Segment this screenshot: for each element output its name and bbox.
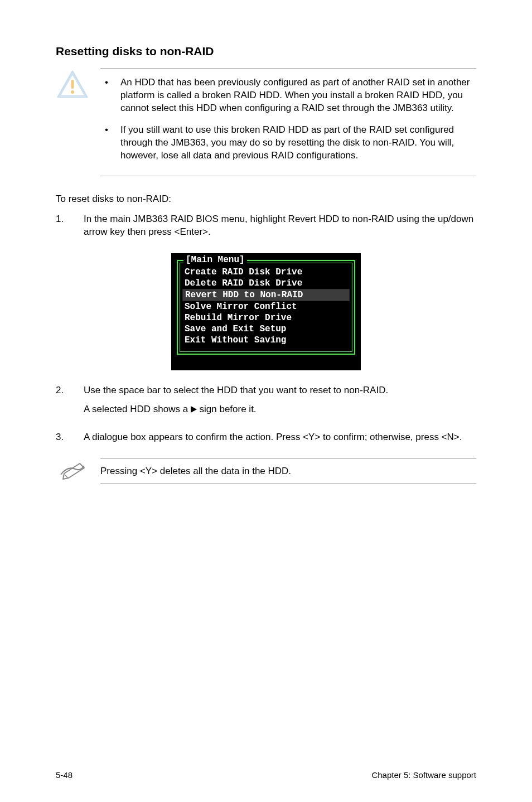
step-number: 3. bbox=[56, 431, 67, 450]
svg-rect-2 bbox=[71, 80, 74, 89]
caution-item: • If you still want to use this broken R… bbox=[105, 124, 476, 162]
page-footer: 5-48 Chapter 5: Software support bbox=[56, 766, 476, 780]
terminal-line: Exit Without Saving bbox=[185, 335, 347, 346]
bullet-icon: • bbox=[105, 124, 108, 162]
caution-item-text: An HDD that has been previously configur… bbox=[120, 76, 476, 115]
step-1: 1. In the main JMB363 RAID BIOS menu, hi… bbox=[56, 212, 476, 245]
terminal-line-highlighted: Revert HDD to Non-RAID bbox=[182, 289, 350, 301]
bullet-icon: • bbox=[105, 76, 108, 115]
page-number: 5-48 bbox=[56, 770, 72, 780]
terminal-title: [Main Menu] bbox=[183, 255, 247, 265]
text-fragment: A selected HDD shows a bbox=[84, 404, 191, 414]
step-2: 2. Use the space bar to select the HDD t… bbox=[56, 384, 476, 422]
section-heading: Resetting disks to non-RAID bbox=[56, 45, 476, 58]
step-body: Use the space bar to select the HDD that… bbox=[84, 384, 388, 422]
step-number: 2. bbox=[56, 384, 67, 422]
terminal-line: Create RAID Disk Drive bbox=[185, 267, 347, 278]
content: Resetting disks to non-RAID • An HDD tha… bbox=[56, 45, 476, 766]
step-text: A selected HDD shows a sign before it. bbox=[84, 403, 388, 416]
terminal-line: Delete RAID Disk Drive bbox=[185, 278, 347, 289]
intro-text: To reset disks to non-RAID: bbox=[56, 193, 476, 206]
text-fragment: sign before it. bbox=[197, 404, 257, 414]
svg-point-3 bbox=[71, 90, 74, 94]
step-text: Use the space bar to select the HDD that… bbox=[84, 384, 388, 397]
caution-item: • An HDD that has been previously config… bbox=[105, 76, 476, 115]
page: Resetting disks to non-RAID • An HDD tha… bbox=[0, 0, 532, 802]
step-body: A dialogue box appears to confirm the ac… bbox=[84, 431, 462, 450]
caution-icon bbox=[56, 68, 89, 176]
caution-text: • An HDD that has been previously config… bbox=[100, 68, 476, 176]
pencil-icon bbox=[56, 458, 89, 484]
caution-callout: • An HDD that has been previously config… bbox=[56, 68, 476, 176]
chapter-label: Chapter 5: Software support bbox=[371, 770, 476, 780]
note-callout: Pressing <Y> deletes all the data in the… bbox=[56, 458, 476, 484]
triangle-icon bbox=[191, 406, 197, 413]
terminal-line: Save and Exit Setup bbox=[185, 323, 347, 335]
caution-item-text: If you still want to use this broken RAI… bbox=[120, 124, 476, 162]
terminal-screenshot: [Main Menu] Create RAID Disk Drive Delet… bbox=[56, 253, 476, 370]
step-text: A dialogue box appears to confirm the ac… bbox=[84, 431, 462, 444]
step-3: 3. A dialogue box appears to confirm the… bbox=[56, 431, 476, 450]
terminal-line: Rebuild Mirror Drive bbox=[185, 312, 347, 323]
svg-line-4 bbox=[65, 475, 68, 478]
step-number: 1. bbox=[56, 212, 67, 245]
step-body: In the main JMB363 RAID BIOS menu, highl… bbox=[84, 212, 476, 245]
step-text: In the main JMB363 RAID BIOS menu, highl… bbox=[84, 212, 476, 239]
terminal-line: Solve Mirror Conflict bbox=[185, 301, 347, 312]
terminal: [Main Menu] Create RAID Disk Drive Delet… bbox=[171, 253, 361, 370]
note-text: Pressing <Y> deletes all the data in the… bbox=[100, 458, 476, 484]
